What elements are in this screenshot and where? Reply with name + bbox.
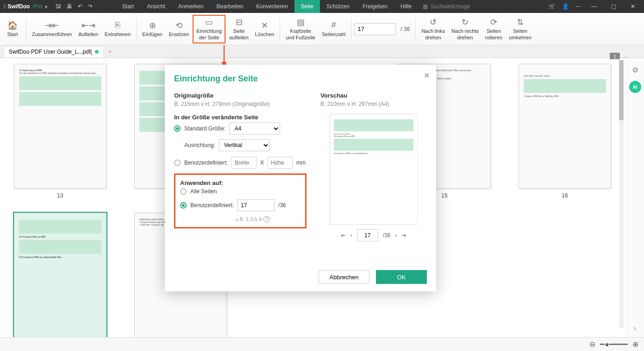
page-number-button[interactable]: #Seitenzahl: [319, 18, 348, 39]
resized-page-heading: In der Größe veränderte Seite: [174, 114, 306, 121]
apply-to-section: Anwenden auf: Alle Seiten Benutzerdefini…: [174, 173, 306, 228]
insert-button[interactable]: ⊕Einfügen: [139, 18, 165, 39]
ok-button[interactable]: OK: [376, 270, 427, 284]
cart-icon[interactable]: 🛒: [549, 3, 556, 10]
user-icon[interactable]: 👤: [562, 3, 569, 10]
preview-page-input[interactable]: [357, 229, 378, 241]
width-input[interactable]: [231, 157, 256, 169]
custom-pages-radio[interactable]: [180, 202, 187, 209]
menu-ansicht[interactable]: Ansicht: [140, 0, 171, 13]
rotate-left-button[interactable]: ↺Nach linksdrehen: [419, 15, 448, 42]
apply-to-heading: Anwenden auf:: [180, 179, 300, 186]
delete-button[interactable]: ✕Löschen: [252, 18, 277, 39]
preview-page-total: /36: [383, 232, 391, 239]
vertical-scrollbar[interactable]: [619, 60, 624, 328]
right-sidebar: ⚙ AI ›: [625, 59, 644, 337]
menu-schuetzen[interactable]: Schützen: [320, 0, 356, 13]
modified-dot-icon: [95, 50, 99, 54]
page-total: / 36: [400, 26, 410, 32]
all-pages-label: Alle Seiten: [190, 188, 217, 195]
header-footer-button[interactable]: ▤Kopfzeileund Fußzeile: [283, 15, 318, 42]
total-pages-label: /36: [278, 202, 286, 209]
chevron-down-icon[interactable]: ▾: [45, 4, 47, 9]
custom-size-label: Benutzerdefiniert:: [184, 160, 228, 166]
preview-thumbnail: text line placeholder5.2 Convert Files t…: [330, 114, 418, 225]
zoom-in-icon[interactable]: ⊕: [632, 340, 638, 349]
titlebar: 𓅓 SwifDoo-Pro ▾ 🖫 🖶 ↶ ↷ Start Ansicht An…: [0, 0, 644, 13]
statusbar: ⊖ ━●━━━━ ⊕: [0, 337, 644, 351]
reverse-pages-button[interactable]: ⇅Seitenumkehren: [506, 15, 534, 42]
zoom-out-icon[interactable]: ⊖: [589, 340, 595, 349]
split-page-button[interactable]: ⊟Seiteaufteilen: [226, 15, 251, 42]
bird-icon: 𓅓: [4, 3, 6, 10]
page-thumb-13[interactable]: 4.2 Add Lines to PDFYou can add lines to…: [14, 64, 106, 199]
dialog-title: Einrichtung der Seite: [174, 74, 427, 84]
maximize-button[interactable]: ▢: [607, 0, 620, 13]
menu-bearbeiten[interactable]: Bearbeiten: [210, 0, 250, 13]
split-button[interactable]: ⇤⇥Aufteilen: [75, 18, 101, 39]
last-page-icon[interactable]: ⇥: [401, 232, 406, 239]
ribbon: 🏠Start ⇥⇤Zusammenführen ⇤⇥Aufteilen ⎘Ext…: [0, 13, 644, 45]
all-pages-radio[interactable]: [180, 188, 187, 195]
help-icon[interactable]: ?: [263, 216, 270, 222]
merge-button[interactable]: ⇥⇤Zusammenführen: [29, 18, 75, 39]
extract-button[interactable]: ⎘Extrahieren: [102, 18, 133, 39]
add-tab-button[interactable]: ＋: [107, 48, 113, 55]
document-tab[interactable]: SwifDoo PDF User Guide_L...pdf(: [4, 46, 104, 57]
preview-size: B: 210mm x H: 297mm (A4): [320, 101, 427, 107]
more-icon[interactable]: ⋯: [575, 3, 581, 10]
page-setup-button[interactable]: ▭Einrichtungder Seite: [193, 15, 225, 43]
redo-icon[interactable]: ↷: [88, 3, 93, 10]
app-logo: 𓅓 SwifDoo-Pro ▾: [0, 3, 51, 10]
save-icon[interactable]: 🖫: [56, 3, 61, 10]
zoom-slider[interactable]: ━●━━━━: [600, 340, 628, 349]
first-page-icon[interactable]: ⇤: [341, 232, 346, 239]
menu-start[interactable]: Start: [116, 0, 140, 13]
page-setup-dialog: ✕ Einrichtung der Seite Originalgröße B:…: [165, 65, 436, 291]
chevron-right-icon[interactable]: ›: [634, 324, 636, 333]
rotate-pages-button[interactable]: ⟳Seitenrotieren: [482, 15, 505, 42]
menu-seite[interactable]: Seite: [294, 0, 320, 13]
replace-button[interactable]: ⟲Ersetzen: [166, 18, 192, 39]
start-button[interactable]: 🏠Start: [2, 18, 23, 39]
original-size-value: B: 215mm x H: 279mm (Originalgröße): [174, 101, 306, 107]
menu-konvertieren[interactable]: Konvertieren: [250, 0, 294, 13]
menu-freigeben[interactable]: Freigeben: [356, 0, 394, 13]
search-tools[interactable]: ▦ Suchwerkzeuge: [423, 3, 470, 10]
next-page-icon[interactable]: ›: [395, 232, 397, 239]
page-thumb-16[interactable]: From the "Convert" menu:• Open a PDF fil…: [519, 64, 611, 199]
preview-heading: Vorschau: [320, 92, 427, 99]
menu-hilfe[interactable]: Hilfe: [394, 0, 418, 13]
prev-page-icon[interactable]: ‹: [350, 232, 352, 239]
ai-button[interactable]: AI: [629, 81, 641, 93]
standard-size-select[interactable]: A4: [229, 123, 280, 135]
cancel-button[interactable]: Abbrechen: [319, 270, 369, 284]
orientation-label: Ausrichtung:: [184, 142, 215, 148]
pages-hint: z.B. 1,3,5-9 ?: [236, 216, 300, 222]
minimize-button[interactable]: —: [588, 0, 600, 13]
print-icon[interactable]: 🖶: [67, 3, 72, 10]
page-input[interactable]: [354, 23, 396, 35]
menu-anmerken[interactable]: Anmerken: [172, 0, 210, 13]
page-thumb-17[interactable]: 5.2 Convert Files to PDF5.3 Convert a PD…: [14, 213, 106, 337]
grid-icon: ▦: [423, 3, 428, 10]
rotate-right-button[interactable]: ↻Nach rechtsdrehen: [449, 15, 481, 42]
original-size-heading: Originalgröße: [174, 92, 306, 99]
orientation-select[interactable]: Vertikal: [219, 139, 270, 151]
custom-size-radio[interactable]: [174, 160, 181, 166]
close-button[interactable]: ✕: [626, 0, 639, 13]
standard-size-radio[interactable]: [174, 125, 181, 132]
settings-icon[interactable]: ⚙: [632, 66, 638, 74]
undo-icon[interactable]: ↶: [78, 3, 82, 10]
custom-pages-label: Benutzerdefiniert:: [190, 202, 234, 209]
document-tabs: SwifDoo PDF User Guide_L...pdf( ＋: [0, 45, 644, 58]
height-input[interactable]: [268, 157, 293, 169]
close-icon[interactable]: ✕: [424, 71, 430, 80]
standard-size-label: Standard Größe:: [184, 125, 225, 132]
custom-pages-input[interactable]: [238, 199, 275, 211]
